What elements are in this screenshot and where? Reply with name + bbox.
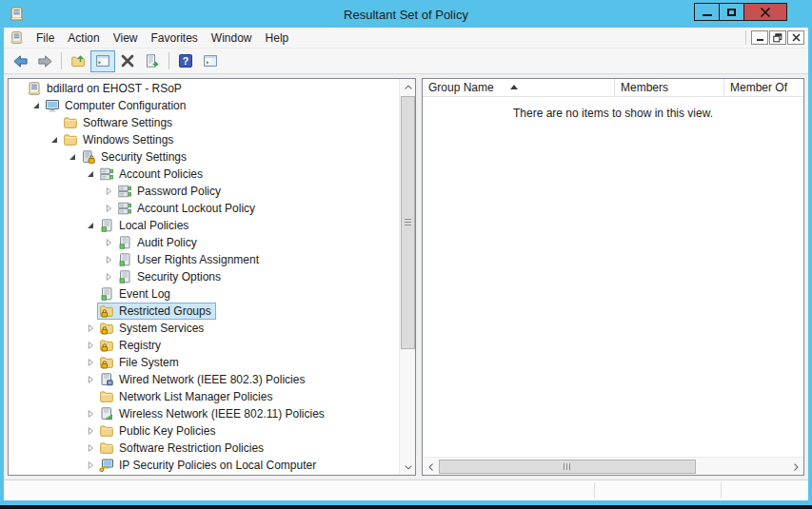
expand-arrow-icon[interactable] bbox=[84, 422, 97, 440]
horizontal-scrollbar-thumb[interactable] bbox=[439, 460, 696, 474]
expand-arrow-icon[interactable] bbox=[102, 183, 115, 200]
forward-button[interactable] bbox=[32, 50, 57, 72]
scroll-down-button[interactable] bbox=[400, 459, 416, 475]
vertical-scrollbar-thumb[interactable] bbox=[401, 96, 415, 349]
menu-item-help[interactable]: Help bbox=[259, 29, 296, 48]
tree-item-account-lockout-policy[interactable]: Account Lockout Policy bbox=[9, 200, 399, 217]
expand-arrow-icon[interactable] bbox=[84, 405, 97, 422]
tree-item-body[interactable]: Security Options bbox=[115, 268, 226, 285]
tree-item-body[interactable]: Public Key Policies bbox=[97, 422, 220, 440]
tree-item-restricted-groups[interactable]: Restricted Groups bbox=[9, 303, 399, 320]
menu-item-view[interactable]: View bbox=[107, 29, 145, 48]
tree-item-security-options[interactable]: Security Options bbox=[9, 268, 399, 285]
mdi-restore-button[interactable] bbox=[769, 30, 786, 45]
tree-item-software-settings[interactable]: Software Settings bbox=[9, 114, 399, 131]
mdi-close-button[interactable] bbox=[787, 30, 804, 45]
tree-item-security-settings[interactable]: Security Settings bbox=[9, 148, 399, 166]
tree-item-body[interactable]: Password Policy bbox=[115, 183, 226, 200]
maximize-button[interactable] bbox=[719, 3, 744, 21]
tree-item-body[interactable]: System Services bbox=[97, 320, 208, 337]
collapse-arrow-icon[interactable] bbox=[66, 148, 79, 166]
expand-arrow-icon[interactable] bbox=[84, 354, 97, 371]
tree-item-wired-network-ieee-802-3-policies[interactable]: Wired Network (IEEE 802.3) Policies bbox=[9, 371, 399, 388]
column-header-group-name[interactable]: Group Name bbox=[423, 79, 615, 96]
expand-arrow-icon[interactable] bbox=[102, 200, 115, 217]
tree-item-audit-policy[interactable]: Audit Policy bbox=[9, 234, 399, 251]
up-one-level-button[interactable] bbox=[66, 50, 90, 72]
tree-item-body[interactable]: bdillard on EHOST - RSoP bbox=[25, 80, 187, 97]
tree-item-body[interactable]: Restricted Groups bbox=[97, 303, 216, 320]
tree-item-account-policies[interactable]: Account Policies bbox=[9, 166, 399, 183]
tree-item-partial[interactable] bbox=[9, 474, 399, 475]
column-header-members[interactable]: Members bbox=[615, 79, 724, 96]
tree-item-body[interactable]: Wired Network (IEEE 802.3) Policies bbox=[97, 371, 309, 388]
tree-indent bbox=[9, 277, 102, 278]
collapse-arrow-icon[interactable] bbox=[48, 131, 61, 148]
menu-item-favorites[interactable]: Favorites bbox=[145, 29, 205, 48]
collapse-arrow-icon[interactable] bbox=[30, 97, 43, 114]
tree-item-body[interactable]: Software Settings bbox=[61, 114, 177, 131]
tree-item-password-policy[interactable]: Password Policy bbox=[9, 183, 399, 200]
tree-item-file-system[interactable]: File System bbox=[9, 354, 399, 371]
scroll-left-button[interactable] bbox=[423, 459, 439, 475]
expand-arrow-icon[interactable] bbox=[84, 457, 97, 474]
expand-arrow-icon[interactable] bbox=[102, 268, 115, 285]
tree-item-body[interactable]: Account Policies bbox=[97, 166, 208, 183]
tree-item-software-restriction-policies[interactable]: Software Restriction Policies bbox=[9, 440, 399, 457]
tree-item-body[interactable]: Software Restriction Policies bbox=[97, 440, 268, 457]
expand-arrow-icon[interactable] bbox=[102, 234, 115, 251]
tree-item-network-list-manager-policies[interactable]: Network List Manager Policies bbox=[9, 388, 399, 405]
help-icon: ? bbox=[178, 53, 193, 69]
expand-arrow-icon[interactable] bbox=[102, 251, 115, 268]
show-console-tree-button[interactable] bbox=[90, 50, 115, 72]
tree-item-body[interactable]: Computer Configuration bbox=[43, 97, 190, 114]
tree-item-system-services[interactable]: System Services bbox=[9, 320, 399, 337]
back-button[interactable] bbox=[8, 50, 32, 72]
tree-item-registry[interactable]: Registry bbox=[9, 337, 399, 354]
mdi-minimize-button[interactable] bbox=[751, 30, 768, 45]
tree-item-windows-settings[interactable]: Windows Settings bbox=[9, 131, 399, 148]
column-header-member-of[interactable]: Member Of bbox=[724, 79, 803, 96]
tree-item-wireless-network-ieee-802-11-policies[interactable]: Wireless Network (IEEE 802.11) Policies bbox=[9, 405, 399, 422]
scroll-up-button[interactable] bbox=[400, 79, 416, 95]
list-horizontal-scrollbar[interactable] bbox=[423, 457, 803, 475]
tree-item-computer-configuration[interactable]: Computer Configuration bbox=[9, 97, 399, 114]
tree-item-body[interactable]: Account Lockout Policy bbox=[115, 200, 260, 217]
tree-item-event-log[interactable]: Event Log bbox=[9, 285, 399, 303]
tree-item-body[interactable]: Network List Manager Policies bbox=[97, 388, 277, 405]
scroll-right-button[interactable] bbox=[787, 459, 803, 475]
tree-item-body[interactable]: Event Log bbox=[97, 285, 175, 303]
tree-item-body[interactable]: Local Policies bbox=[97, 217, 193, 234]
tree-vertical-scrollbar[interactable] bbox=[399, 79, 415, 475]
tree-item-body[interactable]: Audit Policy bbox=[115, 234, 202, 251]
tree-item-ip-security-policies-on-local-computer[interactable]: IP Security Policies on Local Computer bbox=[9, 457, 399, 474]
delete-button[interactable] bbox=[115, 50, 140, 72]
expand-arrow-icon[interactable] bbox=[84, 440, 97, 457]
tree-item-bdillard-on-ehost-rsop[interactable]: bdillard on EHOST - RSoP bbox=[9, 80, 399, 97]
export-list-button[interactable] bbox=[140, 50, 165, 72]
menu-item-window[interactable]: Window bbox=[205, 29, 259, 48]
tree-item-body[interactable]: Wireless Network (IEEE 802.11) Policies bbox=[97, 405, 329, 422]
tree-item-public-key-policies[interactable]: Public Key Policies bbox=[9, 422, 399, 440]
rsop-window: Resultant Set of Policy FileActionViewFa… bbox=[0, 0, 812, 505]
tree-item-body[interactable]: Windows Settings bbox=[61, 131, 178, 148]
close-button[interactable] bbox=[743, 3, 787, 21]
show-action-pane-button[interactable] bbox=[198, 50, 223, 72]
collapse-arrow-icon[interactable] bbox=[84, 217, 97, 234]
tree-item-body[interactable]: Security Settings bbox=[79, 148, 191, 166]
tree-item-local-policies[interactable]: Local Policies bbox=[9, 217, 399, 234]
help-button[interactable]: ? bbox=[173, 50, 198, 72]
expand-arrow-icon[interactable] bbox=[84, 320, 97, 337]
expand-arrow-icon[interactable] bbox=[84, 337, 97, 354]
tree-item-body[interactable]: File System bbox=[97, 354, 184, 371]
collapse-arrow-icon[interactable] bbox=[84, 166, 97, 183]
tree-item-body[interactable]: User Rights Assignment bbox=[115, 251, 264, 268]
menu-item-file[interactable]: File bbox=[30, 29, 61, 48]
tree-item-body[interactable]: IP Security Policies on Local Computer bbox=[97, 457, 321, 474]
tree-item-body[interactable]: Registry bbox=[97, 337, 166, 354]
expand-arrow-icon[interactable] bbox=[84, 371, 97, 388]
menu-item-action[interactable]: Action bbox=[61, 29, 106, 48]
tree-item-user-rights-assignment[interactable]: User Rights Assignment bbox=[9, 251, 399, 268]
minimize-button[interactable] bbox=[694, 3, 720, 21]
tree-item-body[interactable] bbox=[97, 474, 122, 475]
